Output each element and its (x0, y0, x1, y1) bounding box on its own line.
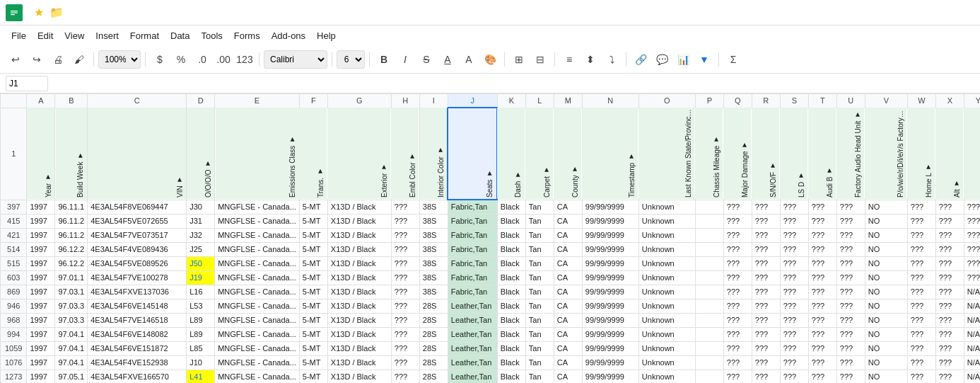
cell-U-415[interactable]: ??? (836, 214, 865, 228)
cell-T-1273[interactable]: ??? (808, 370, 836, 383)
cell-U-869[interactable]: ??? (836, 285, 865, 299)
cell-J-994[interactable]: Leather,Tan (448, 327, 497, 341)
cell-T-515[interactable]: ??? (808, 256, 836, 270)
cell-I-514[interactable]: 38S (419, 242, 448, 256)
cell-Y-421[interactable]: ??? (964, 228, 980, 242)
cell-H-515[interactable]: ??? (391, 256, 419, 270)
valign-button[interactable]: ⬍ (581, 50, 600, 69)
col-header-C[interactable]: C (88, 94, 187, 108)
cell-U-1273[interactable]: ??? (836, 370, 865, 383)
menu-tools[interactable]: Tools (195, 28, 228, 44)
cell-T-397[interactable]: ??? (808, 200, 836, 214)
cell-S-603[interactable]: ??? (780, 270, 808, 285)
row-num-869[interactable]: 869 (1, 285, 27, 299)
cell-H-946[interactable]: ??? (391, 299, 419, 313)
cell-A-397[interactable]: 1997 (27, 200, 55, 214)
cell-G-515[interactable]: X13D / Black (327, 256, 391, 270)
cell-T-994[interactable]: ??? (808, 327, 836, 341)
cell-Y-514[interactable]: ??? (964, 242, 980, 256)
cell-D-946[interactable]: L53 (187, 299, 215, 313)
cell-Y1[interactable]: Gia ▼ (964, 108, 980, 200)
row-num-946[interactable]: 946 (1, 299, 27, 313)
cell-T-968[interactable]: ??? (808, 313, 836, 327)
cell-T-946[interactable]: ??? (808, 299, 836, 313)
col-header-D[interactable]: D (187, 94, 215, 108)
cell-X-1273[interactable]: ??? (935, 370, 964, 383)
cell-B-946[interactable]: 97.03.3 (55, 299, 88, 313)
cell-Y-946[interactable]: N/A (964, 299, 980, 313)
cell-L-1059[interactable]: Tan (525, 341, 554, 355)
cell-A-514[interactable]: 1997 (27, 242, 55, 256)
cell-F-415[interactable]: 5-MT (299, 214, 327, 228)
cell-R1[interactable]: S/N/O/F ▼ (752, 108, 780, 200)
cell-Q-1273[interactable]: ??? (723, 370, 752, 383)
cell-S-515[interactable]: ??? (780, 256, 808, 270)
cell-D-968[interactable]: L89 (187, 313, 215, 327)
cell-Q-603[interactable]: ??? (723, 270, 752, 285)
cell-C-1059[interactable]: 4E3AL54F6VE151872 (88, 341, 187, 355)
row-num-994[interactable]: 994 (1, 327, 27, 341)
cell-O1[interactable]: Last Known State/Province ▼ (638, 108, 695, 200)
cell-N-1273[interactable]: 99/99/9999 (582, 370, 638, 383)
cell-W-1273[interactable]: ??? (907, 370, 935, 383)
cell-H-994[interactable]: ??? (391, 327, 419, 341)
cell-N-415[interactable]: 99/99/9999 (582, 214, 638, 228)
cell-C-603[interactable]: 4E3AL54F7VE100278 (88, 270, 187, 285)
cell-R-515[interactable]: ??? (752, 256, 780, 270)
cell-Y-994[interactable]: N/A (964, 327, 980, 341)
cell-D-397[interactable]: J30 (187, 200, 215, 214)
cell-M-514[interactable]: CA (554, 242, 582, 256)
cell-O-968[interactable]: Unknown (638, 313, 695, 327)
cell-N-1059[interactable]: 99/99/9999 (582, 341, 638, 355)
cell-W1[interactable]: Home L ▼ (907, 108, 935, 200)
cell-H-421[interactable]: ??? (391, 228, 419, 242)
cell-R-421[interactable]: ??? (752, 228, 780, 242)
cell-S-1059[interactable]: ??? (780, 341, 808, 355)
cell-H1[interactable]: Embl Color ▼ (391, 108, 419, 200)
print-button[interactable]: 🖨 (48, 50, 68, 69)
cell-R-514[interactable]: ??? (752, 242, 780, 256)
cell-E-397[interactable]: MNGFLSE - Canada... (215, 200, 300, 214)
cell-C-415[interactable]: 4E3AL54F5VE072655 (88, 214, 187, 228)
cell-W-1059[interactable]: ??? (907, 341, 935, 355)
cell-X-421[interactable]: ??? (935, 228, 964, 242)
cell-W-415[interactable]: ??? (907, 214, 935, 228)
cell-H-514[interactable]: ??? (391, 242, 419, 256)
cell-F-397[interactable]: 5-MT (299, 200, 327, 214)
cell-E-869[interactable]: MNGFLSE - Canada... (215, 285, 300, 299)
cell-G-968[interactable]: X13D / Black (327, 313, 391, 327)
cell-B-415[interactable]: 96.11.2 (55, 214, 88, 228)
cell-G-869[interactable]: X13D / Black (327, 285, 391, 299)
cell-S-968[interactable]: ??? (780, 313, 808, 327)
cell-Y-603[interactable]: ??? (964, 270, 980, 285)
cell-O-869[interactable]: Unknown (638, 285, 695, 299)
cell-D-421[interactable]: J32 (187, 228, 215, 242)
cell-X-515[interactable]: ??? (935, 256, 964, 270)
cell-D-869[interactable]: L16 (187, 285, 215, 299)
cell-T-603[interactable]: ??? (808, 270, 836, 285)
cell-V-946[interactable]: NO (865, 299, 907, 313)
cell-S-397[interactable]: ??? (780, 200, 808, 214)
cell-X-1076[interactable]: ??? (935, 355, 964, 370)
cell-Q-397[interactable]: ??? (723, 200, 752, 214)
cell-W-603[interactable]: ??? (907, 270, 935, 285)
cell-K-421[interactable]: Black (497, 228, 525, 242)
cell-P-603[interactable] (695, 270, 723, 285)
currency-button[interactable]: $ (150, 50, 170, 69)
row-num-1273[interactable]: 1273 (1, 370, 27, 383)
bold-button[interactable]: B (374, 50, 394, 69)
cell-C-946[interactable]: 4E3AL54F6VE145148 (88, 299, 187, 313)
cell-H-397[interactable]: ??? (391, 200, 419, 214)
cell-G-415[interactable]: X13D / Black (327, 214, 391, 228)
cell-X-968[interactable]: ??? (935, 313, 964, 327)
cell-E-968[interactable]: MNGFLSE - Canada... (215, 313, 300, 327)
cell-I-421[interactable]: 38S (419, 228, 448, 242)
cell-F-603[interactable]: 5-MT (299, 270, 327, 285)
cell-I1[interactable]: Interior Color ▼ (419, 108, 448, 200)
cell-W-421[interactable]: ??? (907, 228, 935, 242)
cell-M-869[interactable]: CA (554, 285, 582, 299)
cell-D-515[interactable]: J50 (187, 256, 215, 270)
cell-B-397[interactable]: 96.11.1 (55, 200, 88, 214)
cell-O-994[interactable]: Unknown (638, 327, 695, 341)
cell-P-415[interactable] (695, 214, 723, 228)
